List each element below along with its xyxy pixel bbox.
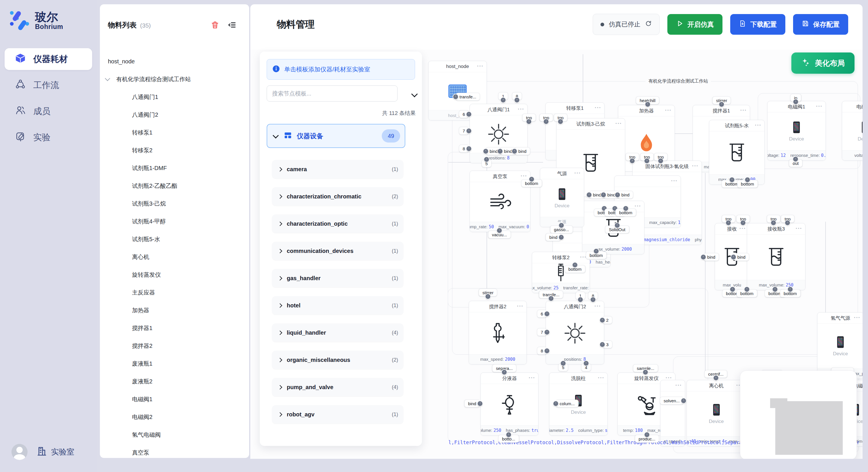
category-instruments[interactable]: 仪器设备 49	[267, 124, 405, 148]
chevron-down-icon[interactable]	[411, 91, 418, 98]
port-handle-icon[interactable]: ›	[500, 97, 506, 103]
port-pill[interactable]: 7›	[459, 127, 469, 135]
port-handle-icon[interactable]: ›	[501, 369, 507, 375]
port-handle-icon[interactable]: ›	[770, 220, 776, 226]
port-pill[interactable]: produc...‹	[635, 435, 659, 443]
template-item-camera[interactable]: camera(1)	[272, 160, 403, 178]
port-pill[interactable]: 8›	[512, 92, 522, 100]
template-item-hotel[interactable]: hotel(1)	[272, 296, 403, 314]
template-item-organic_miscellaneous[interactable]: organic_miscellaneous(2)	[272, 351, 403, 369]
canvas-node[interactable]: 试剂瓶5-水•••max_volume: 1000	[709, 120, 765, 185]
port-handle-icon[interactable]: ›	[658, 158, 663, 164]
port-handle-icon[interactable]: ‹	[701, 254, 706, 260]
port-pill[interactable]: bind‹	[734, 253, 749, 261]
beautify-layout-button[interactable]: 美化布局	[792, 53, 855, 74]
tree-item[interactable]: 真空泵	[100, 444, 248, 461]
minimap-card[interactable]	[740, 370, 857, 459]
port-pill[interactable]: sample...›	[633, 365, 658, 372]
port-handle-icon[interactable]: ›	[548, 296, 554, 302]
port-handle-icon[interactable]: ›	[784, 220, 790, 226]
port-handle-icon[interactable]: ›	[543, 119, 549, 125]
port-pill[interactable]: 7›	[537, 328, 547, 336]
port-handle-icon[interactable]: ›	[466, 111, 472, 117]
port-handle-icon[interactable]: ›	[544, 348, 550, 354]
port-handle-icon[interactable]: ‹	[559, 223, 565, 229]
port-pill[interactable]: out‹	[789, 160, 803, 167]
template-item-gas_handler[interactable]: gas_handler(1)	[272, 269, 403, 287]
port-handle-icon[interactable]: ‹	[506, 432, 512, 438]
node-menu-icon[interactable]: •••	[529, 376, 535, 380]
tree-item[interactable]: 试剂瓶3-己烷	[100, 195, 248, 212]
port-handle-icon[interactable]: ‹	[744, 177, 750, 183]
port-handle-icon[interactable]: ‹	[793, 156, 799, 162]
tree-item[interactable]: 八通阀门2	[100, 106, 248, 124]
port-handle-icon[interactable]: ›	[578, 297, 584, 303]
node-menu-icon[interactable]: •••	[477, 64, 484, 68]
port-handle-icon[interactable]: ›	[681, 398, 687, 404]
port-pill[interactable]: top›	[767, 215, 780, 223]
node-menu-icon[interactable]: •••	[675, 383, 682, 387]
port-pill[interactable]: bottom‹	[780, 290, 801, 297]
port-pill[interactable]: transfe...›	[539, 291, 563, 299]
port-pill[interactable]: 4‹	[581, 364, 591, 371]
tree-item[interactable]: 试剂瓶4-甲醇	[100, 212, 248, 230]
port-pill[interactable]: top›	[522, 114, 536, 122]
port-pill[interactable]: bottom‹	[615, 209, 636, 216]
port-pill[interactable]: bind›	[546, 233, 561, 241]
tree-item[interactable]: 试剂瓶5-水	[100, 230, 248, 248]
port-pill[interactable]: gasso...‹	[550, 226, 573, 233]
port-handle-icon[interactable]: ›	[514, 97, 520, 103]
node-menu-icon[interactable]: •••	[740, 108, 747, 112]
port-pill[interactable]: top›	[737, 215, 750, 223]
node-menu-icon[interactable]: •••	[634, 204, 641, 208]
port-handle-icon[interactable]: ‹	[614, 223, 620, 229]
sidebar-item-members[interactable]: 成员	[5, 100, 92, 122]
port-handle-icon[interactable]: ‹	[599, 317, 606, 323]
port-pill[interactable]: top›	[539, 114, 553, 122]
refresh-icon[interactable]	[645, 20, 652, 29]
sidebar-item-experiments[interactable]: 实验	[5, 127, 92, 148]
port-handle-icon[interactable]: ‹	[644, 432, 650, 438]
node-menu-icon[interactable]: •••	[671, 179, 678, 183]
port-pill[interactable]: bind›	[464, 400, 480, 407]
port-handle-icon[interactable]: ›	[725, 220, 732, 226]
trash-icon[interactable]	[211, 21, 219, 30]
port-handle-icon[interactable]: ‹	[730, 286, 735, 293]
tree-item[interactable]: 试剂瓶1-DMF	[100, 159, 248, 177]
canvas-node[interactable]: •••n_speed:	[660, 380, 685, 446]
avatar[interactable]	[11, 444, 28, 460]
canvas-node[interactable]: 分液器•••volume: 250has_phases: true	[480, 372, 538, 436]
port-handle-icon[interactable]: ‹	[586, 192, 592, 198]
sidebar-item-instruments[interactable]: 仪器耗材	[5, 48, 92, 70]
port-handle-icon[interactable]: ›	[526, 119, 532, 125]
tree-item[interactable]: 主反应器	[100, 283, 248, 301]
tree-item[interactable]: 废液瓶2	[100, 372, 248, 390]
port-handle-icon[interactable]: ‹	[744, 286, 750, 293]
port-handle-icon[interactable]: ›	[466, 146, 472, 152]
port-pill[interactable]: vacuu...‹	[488, 231, 511, 239]
port-pill[interactable]: 8›	[537, 347, 547, 355]
port-pill[interactable]: 1›	[498, 92, 508, 100]
port-pill[interactable]: bind‹	[515, 147, 530, 155]
node-menu-icon[interactable]: •••	[517, 304, 524, 308]
template-item-communication_devices[interactable]: communication_devices(1)	[272, 242, 403, 260]
port-pill[interactable]: centrif...›	[704, 370, 727, 378]
tree-item[interactable]: 搅拌器1	[100, 319, 248, 337]
port-handle-icon[interactable]: ›	[590, 297, 596, 303]
node-menu-icon[interactable]: •••	[615, 121, 622, 126]
tree-item[interactable]: 转移泵1	[100, 124, 248, 141]
port-handle-icon[interactable]: ‹	[583, 361, 589, 367]
canvas-node[interactable]: 接收瓶3•••max_volume: 250	[747, 223, 805, 290]
canvas-node[interactable]: 八通阀门2•••positions: 8	[546, 301, 604, 365]
port-pill[interactable]: bottom‹	[586, 251, 607, 259]
port-pill[interactable]: top›	[554, 114, 567, 122]
port-handle-icon[interactable]: ›	[713, 375, 719, 381]
node-menu-icon[interactable]: •••	[594, 304, 601, 308]
port-handle-icon[interactable]: ‹	[484, 157, 490, 163]
collapse-list-icon[interactable]	[227, 20, 237, 31]
port-handle-icon[interactable]: ‹	[512, 148, 518, 154]
port-handle-icon[interactable]: ‹	[623, 206, 629, 212]
port-pill[interactable]: stirrer›	[712, 97, 731, 104]
tree-item[interactable]: 电磁阀2	[100, 408, 248, 426]
port-pill[interactable]: stirrer›	[479, 289, 497, 297]
